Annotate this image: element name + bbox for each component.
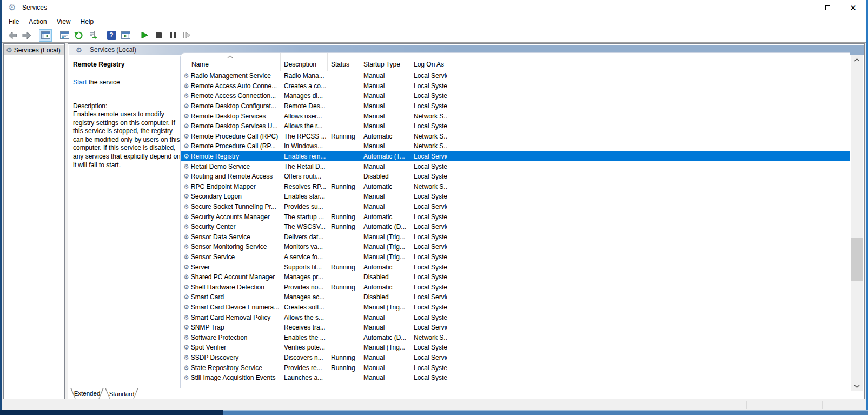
table-row[interactable]: ⚙Radio Management ServiceRadio Mana...Ma…: [181, 71, 850, 81]
restart-service-button[interactable]: [180, 29, 193, 42]
tab-standard-label: Standard: [105, 388, 138, 399]
service-gear-icon: ⚙: [183, 163, 189, 170]
table-row[interactable]: ⚙Routing and Remote AccessOffers routi..…: [181, 172, 850, 182]
service-gear-icon: ⚙: [183, 83, 189, 89]
service-log-on-as: Local Service: [410, 243, 447, 251]
table-row[interactable]: ⚙Security CenterThe WSCSV...RunningAutom…: [181, 222, 850, 232]
service-name: Smart Card: [191, 293, 224, 301]
table-row[interactable]: ⚙Software ProtectionEnables the ...Autom…: [181, 332, 850, 342]
table-row[interactable]: ⚙Smart CardManages ac...DisabledLocal Se…: [181, 292, 850, 302]
stop-service-button[interactable]: [152, 29, 165, 42]
properties-button[interactable]: [58, 29, 71, 42]
service-status: Running: [328, 284, 360, 291]
console-tree-panel: ⚙ Services (Local): [3, 43, 65, 399]
status-bar-separator: [822, 401, 823, 409]
table-row[interactable]: ⚙Sensor Data ServiceDelivers dat...Manua…: [181, 232, 850, 242]
maximize-button[interactable]: [815, 0, 840, 16]
refresh-button[interactable]: [72, 29, 85, 42]
services-header-title: Services (Local): [90, 45, 136, 55]
column-header-name[interactable]: Name: [181, 53, 281, 71]
service-startup-type: Automatic: [360, 183, 410, 190]
service-gear-icon: ⚙: [183, 133, 189, 140]
tab-standard[interactable]: Standard: [105, 388, 138, 399]
list-header-row: Name Description Status Startup Type Log…: [181, 53, 850, 71]
forward-button[interactable]: [20, 29, 33, 42]
table-row[interactable]: ⚙Remote RegistryEnables rem...Automatic …: [181, 151, 850, 162]
services-gear-icon: ⚙: [76, 47, 82, 54]
table-row[interactable]: ⚙Remote Desktop Services U...Allows the …: [181, 121, 850, 131]
table-row[interactable]: ⚙Smart Card Removal PolicyAllows the s..…: [181, 312, 850, 322]
service-status: Running: [328, 213, 360, 221]
table-row[interactable]: ⚙Sensor Monitoring ServiceMonitors va...…: [181, 242, 850, 252]
service-name-cell: ⚙Radio Management Service: [181, 72, 281, 80]
column-header-description[interactable]: Description: [281, 53, 328, 71]
table-row[interactable]: ⚙Secure Socket Tunneling Pr...Provides s…: [181, 202, 850, 212]
service-startup-type: Manual: [360, 374, 410, 381]
service-gear-icon: ⚙: [183, 143, 189, 149]
menu-file[interactable]: File: [4, 16, 24, 28]
table-row[interactable]: ⚙Smart Card Device Enumera...Creates sof…: [181, 302, 850, 313]
service-name: Sensor Service: [191, 253, 235, 261]
table-row[interactable]: ⚙Remote Procedure Call (RPC)The RPCSS ..…: [181, 131, 850, 142]
menu-view[interactable]: View: [52, 16, 76, 28]
table-row[interactable]: ⚙Remote Access Connection...Manages di..…: [181, 91, 850, 101]
table-row[interactable]: ⚙Retail Demo ServiceThe Retail D...Manua…: [181, 161, 850, 172]
table-row[interactable]: ⚙Security Accounts ManagerThe startup ..…: [181, 212, 850, 222]
service-gear-icon: ⚙: [183, 374, 189, 381]
service-startup-type: Manual: [360, 122, 410, 130]
service-name-cell: ⚙Software Protection: [181, 334, 281, 341]
minimize-button[interactable]: [790, 0, 815, 16]
start-service-link[interactable]: Start: [73, 78, 87, 86]
table-row[interactable]: ⚙Shell Hardware DetectionProvides no...R…: [181, 282, 850, 292]
show-console-tree-button[interactable]: [39, 29, 52, 42]
table-row[interactable]: ⚙State Repository ServiceProvides re...R…: [181, 363, 850, 373]
title-bar: ⚙ Services ✕: [2, 0, 866, 16]
pause-service-button[interactable]: [166, 29, 179, 42]
start-service-button[interactable]: [138, 29, 151, 42]
column-header-log-on-as[interactable]: Log On As: [410, 53, 447, 71]
table-row[interactable]: ⚙Remote Procedure Call (RP...In Windows.…: [181, 141, 850, 151]
scroll-down-button[interactable]: [851, 381, 863, 391]
service-gear-icon: ⚙: [183, 153, 189, 160]
service-gear-icon: ⚙: [183, 234, 189, 240]
column-header-startup-type[interactable]: Startup Type: [360, 53, 410, 71]
table-row[interactable]: ⚙Remote Desktop ServicesAllows user...Ma…: [181, 111, 850, 121]
table-row[interactable]: ⚙ServerSupports fil...RunningAutomaticLo…: [181, 262, 850, 272]
service-gear-icon: ⚙: [183, 314, 189, 321]
table-row[interactable]: ⚙Spot VerifierVerifies pote...Manual (Tr…: [181, 342, 850, 353]
tab-extended[interactable]: Extended: [70, 388, 104, 399]
table-row[interactable]: ⚙Remote Desktop Configurat...Remote Des.…: [181, 101, 850, 111]
table-row[interactable]: ⚙Secondary LogonEnables star...ManualLoc…: [181, 192, 850, 202]
table-row[interactable]: ⚙SSDP DiscoveryDiscovers n...RunningManu…: [181, 353, 850, 363]
back-button[interactable]: [6, 29, 19, 42]
table-row[interactable]: ⚙Shared PC Account ManagerManages pr...D…: [181, 272, 850, 282]
menu-help[interactable]: Help: [76, 16, 99, 28]
scrollbar-thumb[interactable]: [851, 238, 863, 281]
service-name: Spot Verifier: [191, 344, 226, 351]
service-status: Running: [328, 133, 360, 140]
service-startup-type: Manual (Trig...: [360, 253, 410, 261]
service-name-cell: ⚙Routing and Remote Access: [181, 173, 281, 180]
table-row[interactable]: ⚙RPC Endpoint MapperResolves RP...Runnin…: [181, 182, 850, 192]
close-button[interactable]: ✕: [840, 0, 866, 16]
export-list-button[interactable]: [86, 29, 99, 42]
service-startup-type: Manual: [360, 92, 410, 100]
table-row[interactable]: ⚙Sensor ServiceA service fo...Manual (Tr…: [181, 252, 850, 262]
tree-item-services-local[interactable]: ⚙ Services (Local): [4, 45, 64, 55]
scroll-up-button[interactable]: [851, 55, 863, 64]
column-header-status[interactable]: Status: [328, 53, 360, 71]
service-startup-type: Manual: [360, 364, 410, 372]
service-description: Manages di...: [281, 92, 328, 100]
service-name: Remote Desktop Services U...: [191, 122, 278, 130]
service-startup-type: Automatic: [360, 133, 410, 140]
table-row[interactable]: ⚙SNMP TrapReceives tra...ManualLocal Ser…: [181, 322, 850, 333]
service-log-on-as: Local Syste...: [410, 264, 447, 271]
table-row[interactable]: ⚙Remote Access Auto Conne...Creates a co…: [181, 81, 850, 91]
help-button[interactable]: ?: [105, 29, 118, 42]
show-extended-view-button[interactable]: [119, 29, 132, 42]
menu-action[interactable]: Action: [24, 16, 51, 28]
service-startup-type: Automatic: [360, 284, 410, 291]
service-name: Smart Card Removal Policy: [191, 314, 270, 321]
vertical-scrollbar[interactable]: [851, 55, 863, 391]
table-row[interactable]: ⚙Still Image Acquisition EventsLaunches …: [181, 373, 850, 383]
